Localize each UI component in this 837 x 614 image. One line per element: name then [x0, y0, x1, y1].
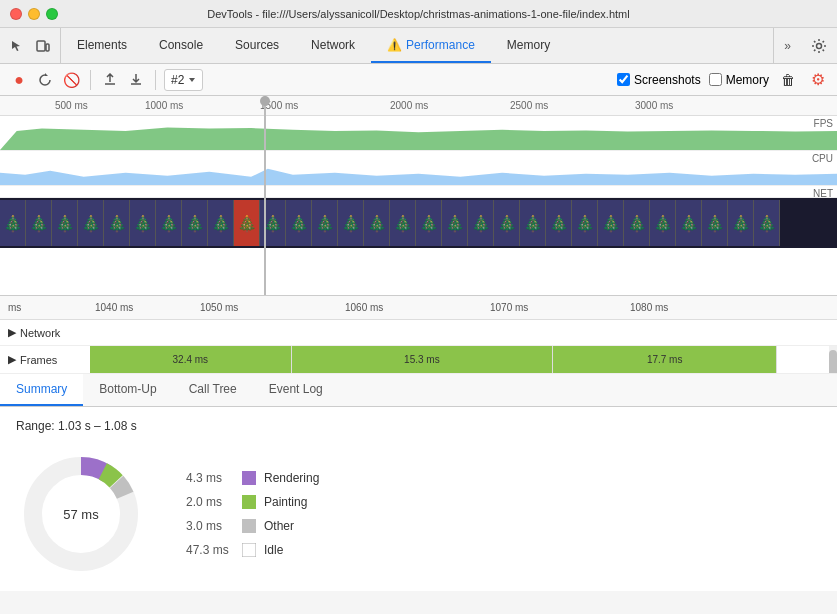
- ruler-tick-1000: 1000 ms: [145, 100, 183, 111]
- frames-scrollbar: [829, 346, 837, 373]
- screenshot-cell: [624, 200, 650, 246]
- nav-left-icons: [0, 28, 61, 63]
- other-label: Other: [264, 519, 294, 533]
- toolbar-right: Screenshots Memory 🗑 ⚙: [617, 69, 829, 91]
- screenshots-checkbox[interactable]: [617, 73, 630, 86]
- frames-expand-icon[interactable]: ▶: [8, 353, 16, 366]
- screenshot-cell: [572, 200, 598, 246]
- ruler-tick-2000: 2000 ms: [390, 100, 428, 111]
- svg-point-2: [817, 43, 822, 48]
- toolbar: ● 🚫 #2 Screenshots Memory 🗑 ⚙: [0, 64, 837, 96]
- frame-block-2: 15.3 ms: [292, 346, 553, 373]
- screenshots-checkbox-label[interactable]: Screenshots: [617, 73, 701, 87]
- cpu-fill-area: [0, 165, 837, 185]
- tab-console[interactable]: Console: [143, 28, 219, 63]
- screenshot-cell: [208, 200, 234, 246]
- upload-button[interactable]: [99, 69, 121, 91]
- timeline-scrubber[interactable]: [264, 96, 266, 295]
- clear-button[interactable]: 🚫: [60, 69, 82, 91]
- idle-value: 47.3 ms: [186, 543, 234, 557]
- timeline-container[interactable]: 500 ms 1000 ms 1500 ms 2000 ms 2500 ms 3…: [0, 96, 837, 296]
- svg-rect-10: [242, 543, 256, 557]
- frame-block-1: 32.4 ms: [90, 346, 292, 373]
- devtools-nav: Elements Console Sources Network ⚠️ Perf…: [0, 28, 837, 64]
- screenshot-cell: [312, 200, 338, 246]
- detail-tracks: ▶ Network ▶ Frames 32.4 ms 15.3 ms 17.7 …: [0, 320, 837, 374]
- settings-button[interactable]: ⚙: [807, 69, 829, 91]
- screenshot-cell: [156, 200, 182, 246]
- screenshot-cell: [52, 200, 78, 246]
- screenshot-cell: [468, 200, 494, 246]
- tab-event-log[interactable]: Event Log: [253, 374, 339, 406]
- screenshot-cell: [728, 200, 754, 246]
- scrubber-handle[interactable]: [260, 96, 270, 106]
- analysis-tabs: Summary Bottom-Up Call Tree Event Log: [0, 374, 837, 407]
- ruler-tick-3000: 3000 ms: [635, 100, 673, 111]
- tab-performance[interactable]: ⚠️ Performance: [371, 28, 491, 63]
- screenshot-cell: [702, 200, 728, 246]
- cursor-icon[interactable]: [8, 37, 26, 55]
- cpu-track: CPU: [0, 151, 837, 186]
- idle-label: Idle: [264, 543, 283, 557]
- timeline-ruler: 500 ms 1000 ms 1500 ms 2000 ms 2500 ms 3…: [0, 96, 837, 116]
- network-row: ▶ Network: [0, 320, 837, 346]
- other-swatch: [242, 519, 256, 533]
- memory-checkbox-label[interactable]: Memory: [709, 73, 769, 87]
- screenshot-cell: [598, 200, 624, 246]
- network-expand-icon[interactable]: ▶: [8, 326, 16, 339]
- tab-call-tree[interactable]: Call Tree: [173, 374, 253, 406]
- tab-elements[interactable]: Elements: [61, 28, 143, 63]
- svg-rect-7: [242, 471, 256, 485]
- divider-2: [155, 70, 156, 90]
- window-title: DevTools - file:///Users/alyssanicoll/De…: [207, 8, 629, 20]
- screenshot-cell: [130, 200, 156, 246]
- screenshot-cell: [650, 200, 676, 246]
- frames-row-content: 32.4 ms 15.3 ms 17.7 ms: [90, 346, 837, 373]
- record-button[interactable]: ●: [8, 69, 30, 91]
- scrollbar-thumb[interactable]: [829, 350, 837, 373]
- legend-idle: 47.3 ms Idle: [186, 543, 319, 557]
- nav-tabs: Elements Console Sources Network ⚠️ Perf…: [61, 28, 773, 63]
- tab-memory[interactable]: Memory: [491, 28, 566, 63]
- fps-chart: [0, 116, 837, 150]
- tab-sources[interactable]: Sources: [219, 28, 295, 63]
- tab-network[interactable]: Network: [295, 28, 371, 63]
- detail-tick-1070: 1070 ms: [490, 302, 528, 313]
- fps-track: FPS: [0, 116, 837, 151]
- net-track: NET: [0, 186, 837, 198]
- maximize-button[interactable]: [46, 8, 58, 20]
- device-icon[interactable]: [34, 37, 52, 55]
- detail-tick-ms: ms: [8, 302, 21, 313]
- donut-center-value: 57 ms: [63, 507, 98, 522]
- nav-settings-button[interactable]: [801, 28, 837, 63]
- ruler-tick-500: 500 ms: [55, 100, 88, 111]
- screenshot-cell: [0, 200, 26, 246]
- range-text: Range: 1.03 s – 1.08 s: [16, 419, 821, 433]
- summary-area: 57 ms 4.3 ms Rendering 2.0 ms Painting 3…: [16, 449, 821, 579]
- other-value: 3.0 ms: [186, 519, 234, 533]
- screenshot-cell: [364, 200, 390, 246]
- screenshot-cell: [338, 200, 364, 246]
- delete-recording-button[interactable]: 🗑: [777, 69, 799, 91]
- network-row-label[interactable]: ▶ Network: [0, 326, 90, 339]
- recording-selector[interactable]: #2: [164, 69, 203, 91]
- more-tabs-button[interactable]: »: [773, 28, 801, 63]
- download-button[interactable]: [125, 69, 147, 91]
- network-row-content: [90, 320, 837, 345]
- reload-record-button[interactable]: [34, 69, 56, 91]
- divider-1: [90, 70, 91, 90]
- memory-checkbox[interactable]: [709, 73, 722, 86]
- window-controls: [10, 8, 58, 20]
- fps-label: FPS: [814, 118, 833, 129]
- screenshot-cell: [520, 200, 546, 246]
- legend: 4.3 ms Rendering 2.0 ms Painting 3.0 ms …: [186, 471, 319, 557]
- close-button[interactable]: [10, 8, 22, 20]
- minimize-button[interactable]: [28, 8, 40, 20]
- legend-rendering: 4.3 ms Rendering: [186, 471, 319, 485]
- warning-icon: ⚠️: [387, 38, 402, 52]
- svg-rect-9: [242, 519, 256, 533]
- frames-row-label[interactable]: ▶ Frames: [0, 353, 90, 366]
- frames-row: ▶ Frames 32.4 ms 15.3 ms 17.7 ms: [0, 346, 837, 374]
- tab-summary[interactable]: Summary: [0, 374, 83, 406]
- tab-bottom-up[interactable]: Bottom-Up: [83, 374, 172, 406]
